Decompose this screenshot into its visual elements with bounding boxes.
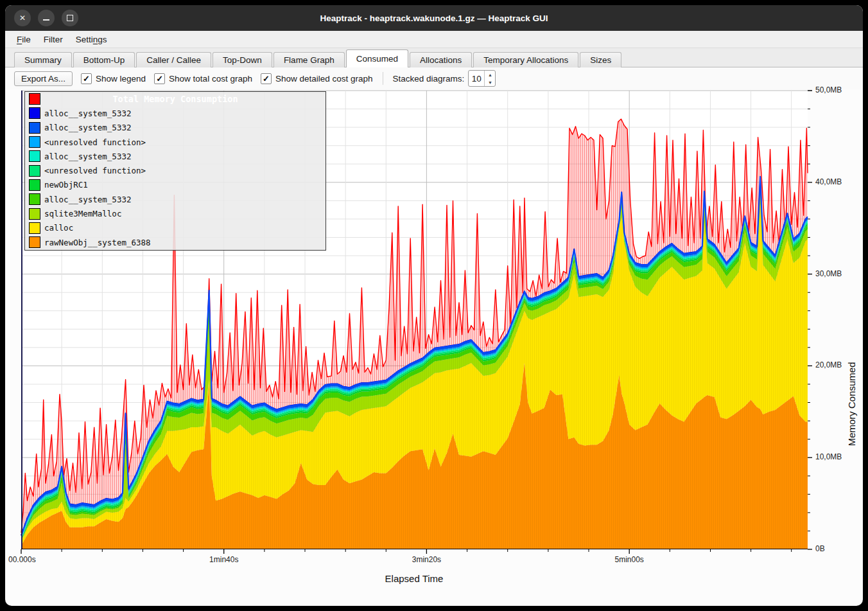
legend-label: <unresolved function> xyxy=(44,137,146,147)
x-axis-title: Elapsed Time xyxy=(385,573,444,584)
consumed-chart-zone: Total Memory Consumptionalloc__system_53… xyxy=(21,91,859,601)
checkbox-show-detailed-cost-graph[interactable]: ✓Show detailed cost graph xyxy=(261,73,373,84)
legend-label: newObjRC1 xyxy=(44,180,88,190)
legend-label: alloc__system_5332 xyxy=(44,152,131,161)
tab-sizes[interactable]: Sizes xyxy=(580,52,621,67)
titlebar: ✕ Heaptrack - heaptrack.wakunode.1.gz — … xyxy=(5,5,863,31)
x-tick-label: 00.000s xyxy=(8,555,36,564)
legend-swatch xyxy=(29,136,40,148)
x-tick-label: 1min40s xyxy=(209,555,238,564)
legend-row: alloc__system_5332 xyxy=(25,121,326,135)
y-tick-label: 40,0MB xyxy=(815,177,842,186)
app-window: ✕ Heaptrack - heaptrack.wakunode.1.gz — … xyxy=(5,5,863,606)
legend-row: calloc xyxy=(25,221,326,235)
y-tick-label: 30,0MB xyxy=(815,269,842,278)
legend-row: sqlite3MemMalloc xyxy=(25,206,326,220)
y-tick-label: 50,0MB xyxy=(815,85,842,94)
tab-summary[interactable]: Summary xyxy=(14,52,72,67)
menu-item-filter[interactable]: Filter xyxy=(37,33,69,46)
legend-row: alloc__system_5332 xyxy=(25,149,326,163)
checkbox-show-legend[interactable]: ✓Show legend xyxy=(81,73,146,84)
legend-swatch xyxy=(29,122,40,134)
legend-swatch xyxy=(29,222,40,234)
maximize-button[interactable] xyxy=(62,10,78,26)
checkbox-label: Show detailed cost graph xyxy=(275,74,373,84)
chart-legend: Total Memory Consumptionalloc__system_53… xyxy=(24,91,326,251)
x-tick-label: 3min20s xyxy=(412,555,441,564)
legend-label: alloc__system_5332 xyxy=(44,123,131,132)
legend-swatch xyxy=(29,150,40,162)
legend-label: Total Memory Consumption xyxy=(25,94,326,104)
y-tick-label: 10,0MB xyxy=(815,452,842,461)
legend-row: Total Memory Consumption xyxy=(25,92,326,106)
legend-row: alloc__system_5332 xyxy=(25,192,326,206)
legend-swatch xyxy=(29,208,40,220)
legend-swatch xyxy=(29,165,40,177)
checkbox-box: ✓ xyxy=(154,73,165,84)
window-title: Heaptrack - heaptrack.wakunode.1.gz — He… xyxy=(5,13,863,23)
tab-flame-graph[interactable]: Flame Graph xyxy=(273,52,345,67)
legend-label: alloc__system_5332 xyxy=(44,195,131,204)
legend-label: calloc xyxy=(44,223,73,233)
minimize-button[interactable] xyxy=(38,10,55,26)
checkbox-box: ✓ xyxy=(261,73,272,84)
tab-consumed[interactable]: Consumed xyxy=(346,49,408,67)
y-tick-label: 20,0MB xyxy=(815,360,842,369)
y-tick-label: 0B xyxy=(815,544,825,553)
close-icon: ✕ xyxy=(19,13,26,22)
export-as-button[interactable]: Export As... xyxy=(14,71,73,86)
legend-row: <unresolved function> xyxy=(25,135,326,149)
checkbox-show-total-cost-graph[interactable]: ✓Show total cost graph xyxy=(154,73,252,84)
tab-temporary-allocations[interactable]: Temporary Allocations xyxy=(473,52,578,67)
legend-label: rawNewObj__system_6388 xyxy=(44,238,151,247)
window-controls: ✕ xyxy=(14,5,78,31)
checkbox-box: ✓ xyxy=(81,73,92,84)
legend-row: alloc__system_5332 xyxy=(25,106,326,120)
tab-allocations[interactable]: Allocations xyxy=(410,52,472,67)
stacked-diagrams-spinbox[interactable]: 10 ▲ ▼ xyxy=(468,70,496,87)
stacked-diagrams-label: Stacked diagrams: xyxy=(393,74,465,84)
stacked-diagrams-value: 10 xyxy=(469,71,484,86)
legend-label: <unresolved function> xyxy=(44,166,146,175)
tabbar: SummaryBottom-UpCaller / CalleeTop-DownF… xyxy=(5,48,863,67)
tab-bottom-up[interactable]: Bottom-Up xyxy=(73,52,135,67)
tab-top-down[interactable]: Top-Down xyxy=(213,52,272,67)
toolbar-separator xyxy=(383,72,383,85)
spinbox-up-button[interactable]: ▲ xyxy=(485,71,495,78)
spinbox-down-button[interactable]: ▼ xyxy=(485,78,495,86)
legend-label: alloc__system_5332 xyxy=(44,109,131,118)
x-tick-label: 5min00s xyxy=(614,555,643,564)
legend-swatch xyxy=(29,236,40,248)
close-button[interactable]: ✕ xyxy=(14,10,31,26)
menu-item-file[interactable]: File xyxy=(10,33,37,46)
legend-swatch xyxy=(29,179,40,191)
legend-row: newObjRC1 xyxy=(25,178,326,192)
minimize-icon xyxy=(43,19,49,21)
legend-swatch xyxy=(29,193,40,205)
maximize-icon xyxy=(67,15,73,21)
legend-row: <unresolved function> xyxy=(25,163,326,177)
y-axis-title: Memory Consumed xyxy=(846,362,857,446)
legend-label: sqlite3MemMalloc xyxy=(44,209,121,218)
checkbox-label: Show total cost graph xyxy=(169,74,252,84)
tab-caller-callee[interactable]: Caller / Callee xyxy=(136,52,211,67)
legend-row: rawNewObj__system_6388 xyxy=(25,235,326,249)
toolbar: Export As... ✓Show legend✓Show total cos… xyxy=(5,67,863,89)
menubar: FileFilterSettings xyxy=(5,31,863,48)
legend-swatch xyxy=(29,107,40,119)
menu-item-settings[interactable]: Settings xyxy=(69,33,114,46)
checkbox-label: Show legend xyxy=(96,74,146,84)
